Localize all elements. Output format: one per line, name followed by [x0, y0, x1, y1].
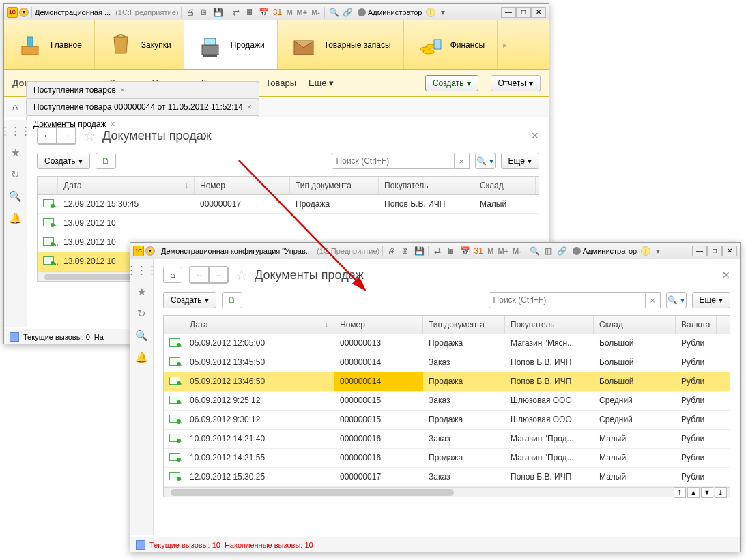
m-button[interactable]: M — [285, 8, 293, 16]
more-dropdown-icon[interactable]: ▾ — [437, 6, 449, 18]
table-row[interactable]: 12.09.2012 15:30:45000000017ПродажаПопов… — [38, 195, 539, 214]
tab[interactable]: Поступления товаров× — [26, 81, 259, 98]
user-badge[interactable]: Администратор — [570, 247, 640, 255]
user-badge[interactable]: Администратор — [355, 8, 425, 16]
link-icon[interactable]: 🔗 — [341, 6, 354, 18]
table-row[interactable]: 05.09.2012 12:05:00000000013ПродажаМагаз… — [164, 334, 730, 353]
table-row[interactable]: 05.09.2012 13:45:50000000014ЗаказПопов Б… — [164, 353, 730, 372]
bell-icon[interactable]: 🔔 — [135, 351, 149, 364]
column-header[interactable]: Тип документа — [290, 177, 379, 194]
minimize-button[interactable]: — — [692, 246, 707, 256]
calendar31-icon[interactable]: 31 — [271, 6, 283, 18]
tab[interactable]: Поступление товара 000000044 от 11.05.20… — [26, 98, 259, 115]
dropdown-icon[interactable]: ▾ — [145, 246, 155, 256]
nav-more-icon[interactable]: ▸ — [498, 20, 513, 69]
copy-button[interactable]: 🗋 — [222, 292, 242, 308]
column-header[interactable]: Валюта — [676, 316, 717, 334]
subnav-link[interactable]: Еще — [309, 78, 334, 88]
search-input[interactable] — [332, 153, 455, 169]
search-input[interactable] — [489, 292, 646, 308]
table-row[interactable]: 12.09.2012 15:30:25000000017ЗаказПопов Б… — [164, 468, 730, 487]
nav-item-0[interactable]: Главное — [4, 20, 95, 69]
create-button[interactable]: Создать ▾ — [425, 75, 478, 91]
table-row[interactable]: 10.09.2012 14:21:40000000016ЗаказМагазин… — [164, 430, 730, 449]
print-icon[interactable]: 🖨 — [184, 6, 197, 18]
close-page-icon[interactable]: ✕ — [722, 269, 730, 280]
table-row[interactable]: 06.09.2012 9:25:12000000015ЗаказШлюзовая… — [164, 392, 730, 411]
mplus-button[interactable]: M+ — [496, 247, 510, 255]
column-header[interactable]: Тип документа — [423, 316, 505, 334]
apps-icon[interactable]: ⋮⋮⋮ — [135, 263, 149, 277]
star-icon[interactable]: ★ — [135, 285, 149, 299]
reports-button[interactable]: Отчеты ▾ — [491, 75, 541, 91]
goto-first-button[interactable]: ⤒ — [674, 487, 686, 498]
goto-down-button[interactable]: ▼ — [701, 487, 713, 498]
bell-icon[interactable]: 🔔 — [9, 211, 23, 225]
nav-item-1[interactable]: Закупки — [95, 20, 184, 69]
compare-icon[interactable]: ⇄ — [431, 245, 444, 257]
nav-item-2[interactable]: Продажи — [184, 20, 278, 69]
more-button[interactable]: Еще ▾ — [501, 153, 539, 169]
favorite-star-icon[interactable]: ☆ — [83, 128, 96, 144]
create-button-2[interactable]: Создать ▾ — [37, 153, 90, 169]
search-button[interactable]: 🔍 ▾ — [666, 292, 687, 308]
link-icon[interactable]: 🔗 — [556, 245, 569, 257]
close-button[interactable]: ✕ — [531, 7, 546, 18]
table-row[interactable]: 05.09.2012 13:46:50000000014ПродажаПопов… — [164, 372, 730, 392]
minimize-button[interactable]: — — [501, 7, 516, 18]
create-button[interactable]: Создать ▾ — [163, 292, 216, 308]
back-button[interactable]: ← — [38, 128, 57, 144]
info-icon[interactable]: i — [641, 246, 650, 256]
more-dropdown-icon[interactable]: ▾ — [652, 245, 664, 257]
mplus-button[interactable]: M+ — [296, 8, 309, 16]
column-header[interactable]: Склад — [474, 177, 536, 194]
star-icon[interactable]: ★ — [9, 146, 23, 160]
history-icon[interactable]: ↻ — [135, 307, 149, 321]
goto-up-button[interactable]: ▲ — [687, 487, 700, 498]
calc-icon[interactable]: 🖩 — [244, 6, 256, 18]
back-button[interactable]: ← — [190, 267, 209, 283]
forward-button[interactable]: → — [57, 128, 76, 144]
preview-icon[interactable]: 🗎 — [198, 6, 210, 18]
column-header[interactable]: Покупатель — [505, 316, 594, 334]
subnav-link[interactable]: Товары — [266, 78, 296, 88]
goto-last-button[interactable]: ⤓ — [715, 487, 727, 498]
zoom-icon[interactable]: 🔍 — [529, 245, 541, 257]
copy-button[interactable]: 🗋 — [96, 153, 116, 169]
save-icon[interactable]: 💾 — [212, 6, 224, 18]
calc-icon[interactable]: 🖩 — [445, 245, 457, 257]
more-button[interactable]: Еще ▾ — [692, 292, 730, 308]
home-icon[interactable]: ⌂ — [7, 99, 23, 115]
close-page-icon[interactable]: ✕ — [531, 130, 539, 141]
table-row[interactable]: 06.09.2012 9:30:12000000015ПродажаШлюзов… — [164, 411, 730, 430]
table-row[interactable]: 13.09.2012 10 — [38, 214, 539, 233]
column-header[interactable]: Склад — [594, 316, 676, 334]
search-icon[interactable]: 🔍 — [9, 190, 23, 203]
print-icon[interactable]: 🖨 — [386, 245, 398, 257]
maximize-button[interactable]: □ — [707, 246, 722, 256]
column-header[interactable]: Номер — [334, 316, 423, 334]
info-icon[interactable]: i — [426, 8, 435, 17]
dropdown-icon[interactable]: ▾ — [19, 8, 29, 17]
compare-icon[interactable]: ⇄ — [230, 6, 242, 18]
favorite-star-icon[interactable]: ☆ — [235, 267, 248, 283]
table-row[interactable]: 10.09.2012 14:21:55000000016ПродажаМагаз… — [164, 449, 730, 468]
calendar31-icon[interactable]: 31 — [472, 245, 485, 257]
calendar-icon[interactable]: 📅 — [257, 6, 270, 18]
h-scrollbar[interactable]: ⤒ ▲ ▼ ⤓ — [164, 487, 730, 497]
column-header[interactable]: Номер — [195, 177, 290, 194]
search-icon[interactable]: 🔍 — [135, 329, 149, 342]
maximize-button[interactable]: □ — [516, 7, 531, 18]
home-button[interactable]: ⌂ — [163, 267, 182, 283]
apps-icon[interactable]: ⋮⋮⋮ — [9, 124, 23, 138]
save-icon[interactable]: 💾 — [413, 245, 425, 257]
clear-search-button[interactable]: × — [646, 292, 661, 308]
history-icon[interactable]: ↻ — [9, 168, 23, 181]
m-button[interactable]: M — [486, 247, 495, 255]
column-header[interactable]: Дата — [184, 316, 334, 334]
nav-item-4[interactable]: Финансы — [404, 20, 498, 69]
tab-close-icon[interactable]: × — [247, 102, 252, 112]
nav-item-3[interactable]: Товарные запасы — [278, 20, 404, 69]
preview-icon[interactable]: 🗎 — [399, 245, 412, 257]
search-button[interactable]: 🔍 ▾ — [475, 153, 496, 169]
